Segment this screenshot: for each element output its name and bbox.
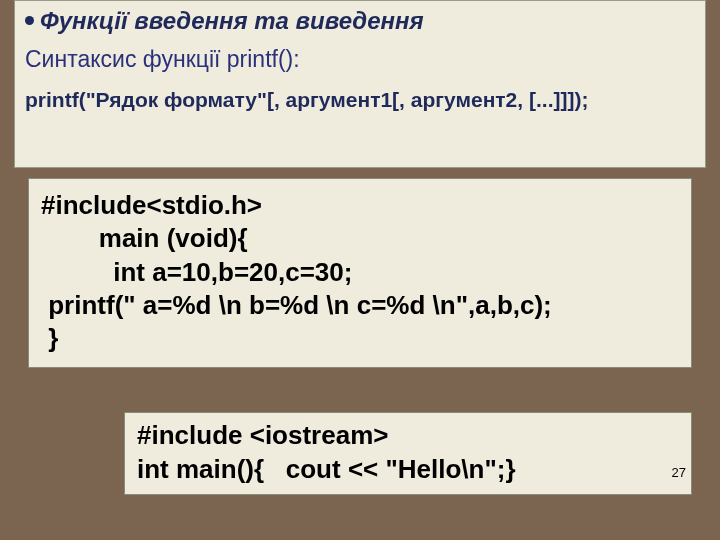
code-line: #include<stdio.h> xyxy=(41,190,262,220)
code-line: #include <iostream> xyxy=(137,420,388,450)
code-block-cpp: #include <iostream> int main(){ cout << … xyxy=(124,412,692,495)
bullet-icon xyxy=(25,16,34,25)
page-number: 27 xyxy=(672,465,686,480)
top-panel: Функції введення та виведення Синтаксис … xyxy=(14,0,706,168)
slide-heading: Функції введення та виведення xyxy=(25,7,695,36)
code-c-text: #include<stdio.h> main (void){ int a=10,… xyxy=(41,189,679,355)
code-block-c: #include<stdio.h> main (void){ int a=10,… xyxy=(28,178,692,368)
code-cpp-text: #include <iostream> int main(){ cout << … xyxy=(137,419,679,486)
code-line: } xyxy=(41,323,58,353)
syntax-line: printf("Рядок формату"[, аргумент1[, арг… xyxy=(25,87,695,113)
code-line: int a=10,b=20,c=30; xyxy=(41,257,352,287)
subtitle-text: Синтаксис функції printf(): xyxy=(25,46,695,73)
heading-text: Функції введення та виведення xyxy=(40,7,424,34)
code-line: printf(" a=%d \n b=%d \n c=%d \n",a,b,c)… xyxy=(41,290,552,320)
code-line: int main(){ cout << "Hello\n";} xyxy=(137,454,516,484)
code-line: main (void){ xyxy=(41,223,248,253)
